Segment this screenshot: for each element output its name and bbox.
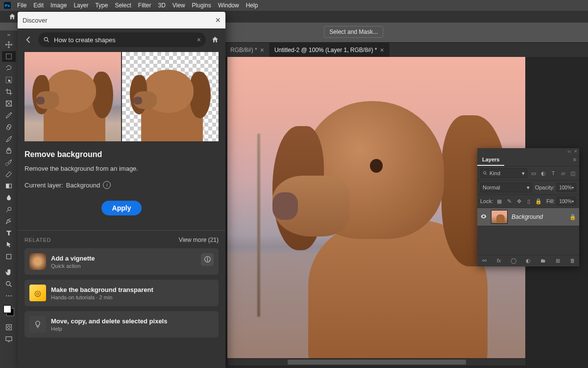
adjustment-icon[interactable]: ◐ <box>524 258 532 264</box>
marquee-tool[interactable] <box>2 51 16 62</box>
svg-rect-7 <box>6 184 9 188</box>
preview-before-after <box>24 52 219 141</box>
move-tool[interactable] <box>2 39 16 50</box>
menu-file[interactable]: File <box>14 2 30 9</box>
eyedropper-tool[interactable] <box>2 110 16 121</box>
apply-button[interactable]: Apply <box>101 201 142 215</box>
crop-tool[interactable] <box>2 86 16 97</box>
search-value: How to create shapes <box>54 36 116 44</box>
layer-background[interactable]: Background 🔒 <box>477 208 579 226</box>
home-icon[interactable] <box>8 13 17 21</box>
current-layer-line: Current layer: Background i <box>24 181 219 189</box>
brush-tool[interactable] <box>2 133 16 144</box>
related-heading: RELATED <box>24 237 51 243</box>
menu-type[interactable]: Type <box>92 2 111 9</box>
history-brush-tool[interactable] <box>2 157 16 168</box>
panel-close-icon[interactable]: × <box>574 148 577 154</box>
menu-image[interactable]: Image <box>47 2 70 9</box>
discover-home-icon[interactable] <box>211 36 220 44</box>
related-item-transparent[interactable]: ◎ Make the background transparent Hands-… <box>24 280 219 306</box>
blur-tool[interactable] <box>2 192 16 203</box>
menu-layer[interactable]: Layer <box>70 2 92 9</box>
toolbar-collapse[interactable]: ›› <box>7 32 10 37</box>
back-icon[interactable] <box>24 35 33 45</box>
layer-filter-kind[interactable]: Kind▾ <box>480 168 527 178</box>
hand-tool[interactable] <box>2 267 16 278</box>
layer-thumbnail <box>491 210 508 224</box>
svg-point-5 <box>9 128 10 128</box>
opacity-value[interactable]: 100%▾ <box>557 183 576 192</box>
search-input[interactable]: How to create shapes × <box>38 32 206 47</box>
shape-tool[interactable] <box>2 251 16 262</box>
healing-tool[interactable] <box>2 122 16 132</box>
zoom-tool[interactable] <box>2 279 16 289</box>
view-more-link[interactable]: View more (21) <box>179 237 219 243</box>
gradient-tool[interactable] <box>2 181 16 191</box>
menu-window[interactable]: Window <box>215 2 243 9</box>
blend-mode-select[interactable]: Normal▾ <box>480 183 532 192</box>
menu-filter[interactable]: Filter <box>135 2 155 9</box>
lock-label: Lock: <box>480 198 493 204</box>
eraser-tool[interactable] <box>2 169 16 180</box>
fx-icon[interactable]: fx <box>495 258 503 264</box>
tab-doc-1[interactable]: RGB/8#) * × <box>225 43 270 57</box>
select-and-mask-button[interactable]: Select and Mask... <box>324 26 383 38</box>
tab-doc-2[interactable]: Untitled-2 @ 100% (Layer 1, RGB/8#) * × <box>270 43 390 57</box>
group-icon[interactable]: 🖿 <box>539 258 547 264</box>
preview-after <box>122 52 219 141</box>
close-icon[interactable]: × <box>260 46 264 54</box>
fill-value[interactable]: 100%▾ <box>557 197 576 206</box>
more-tools[interactable]: ⋯ <box>2 290 16 301</box>
type-tool[interactable] <box>2 228 16 238</box>
menu-plugins[interactable]: Plugins <box>189 2 215 9</box>
frame-tool[interactable] <box>2 98 16 109</box>
related-item-move-copy[interactable]: Move, copy, and delete selected pixels H… <box>24 311 219 338</box>
related-item-vignette[interactable]: Add a vignette Quick action ⓘ <box>24 248 219 275</box>
action-description: Remove the background from an image. <box>24 165 219 172</box>
clone-stamp-tool[interactable] <box>2 145 16 156</box>
menu-3d[interactable]: 3D <box>154 2 169 9</box>
svg-point-15 <box>484 172 486 174</box>
visibility-icon[interactable] <box>480 213 487 221</box>
menu-select[interactable]: Select <box>111 2 134 9</box>
svg-rect-3 <box>6 124 11 131</box>
layers-panel[interactable]: ‹‹× Layers ≡ Kind▾ ▭◐T▱◫ Normal▾ Opacity… <box>477 148 579 266</box>
layers-tab[interactable]: Layers <box>477 154 504 166</box>
discover-titlebar[interactable]: Discover × <box>18 12 225 28</box>
menu-help[interactable]: Help <box>243 2 262 9</box>
delete-layer-icon[interactable]: 🗑 <box>568 258 576 264</box>
info-icon[interactable]: ⓘ <box>201 253 214 266</box>
quick-mask[interactable] <box>2 322 16 333</box>
lock-icon[interactable]: 🔒 <box>569 214 576 220</box>
dodge-tool[interactable] <box>2 204 16 215</box>
svg-rect-11 <box>6 325 12 330</box>
mask-icon[interactable]: ◯ <box>510 258 517 264</box>
new-layer-icon[interactable]: ⊞ <box>554 258 562 264</box>
panel-menu-icon[interactable]: ≡ <box>570 154 579 166</box>
horizontal-scrollbar[interactable] <box>227 358 526 366</box>
action-heading: Remove background <box>24 150 219 159</box>
lasso-tool[interactable] <box>2 63 16 74</box>
lock-icons[interactable]: ▦✎✥▯🔒 <box>496 198 542 205</box>
close-icon[interactable]: × <box>215 15 220 26</box>
info-icon[interactable]: i <box>103 181 111 189</box>
clear-search-icon[interactable]: × <box>197 36 201 44</box>
fill-label: Fill: <box>546 198 555 204</box>
close-icon[interactable]: × <box>380 46 384 54</box>
tab-doc-2-label: Untitled-2 @ 100% (Layer 1, RGB/8#) * <box>274 47 377 53</box>
svg-rect-9 <box>6 254 11 259</box>
object-select-tool[interactable] <box>2 75 16 85</box>
discover-title: Discover <box>23 17 48 24</box>
screen-mode[interactable] <box>2 334 16 344</box>
pen-tool[interactable] <box>2 216 16 227</box>
path-select-tool[interactable] <box>2 239 16 250</box>
panel-collapse-icon[interactable]: ‹‹ <box>567 148 571 154</box>
menu-view[interactable]: View <box>169 2 189 9</box>
link-layers-icon[interactable]: ⚯ <box>480 258 488 264</box>
color-swatches[interactable] <box>3 305 14 316</box>
layer-filter-icons[interactable]: ▭◐T▱◫ <box>530 170 576 177</box>
menu-edit[interactable]: Edit <box>30 2 47 9</box>
svg-point-8 <box>8 207 11 210</box>
thumbnail: ◎ <box>29 285 46 301</box>
lightbulb-icon <box>29 316 46 333</box>
